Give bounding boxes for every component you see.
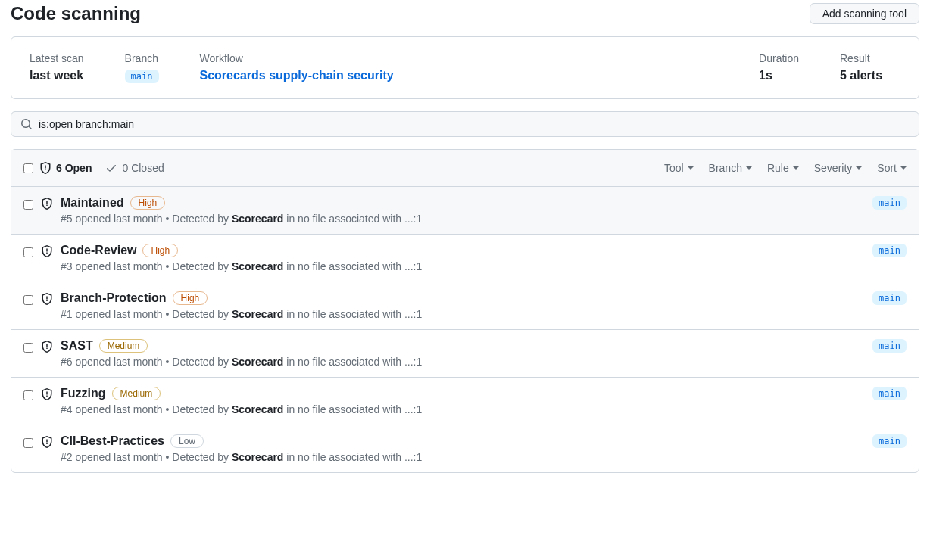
alerts-list: 6 Open 0 Closed Tool Branch Rule Severit… [11, 149, 919, 473]
select-all-checkbox[interactable] [23, 163, 33, 173]
branch-chip[interactable]: main [872, 244, 907, 257]
alert-row[interactable]: Code-ReviewHigh#3 opened last month • De… [11, 235, 919, 282]
severity-badge: High [142, 244, 178, 257]
duration-value: 1s [759, 69, 799, 82]
alert-row[interactable]: MaintainedHigh#5 opened last month • Det… [11, 187, 919, 235]
caret-down-icon [900, 166, 907, 170]
alert-title[interactable]: Maintained [61, 196, 124, 210]
branch-chip[interactable]: main [872, 434, 907, 448]
alert-title[interactable]: CII-Best-Practices [61, 434, 164, 448]
filter-tool[interactable]: Tool [664, 162, 694, 174]
filter-branch[interactable]: Branch [709, 162, 752, 174]
branch-chip[interactable]: main [125, 70, 159, 83]
severity-badge: Low [170, 434, 204, 448]
check-icon [105, 162, 117, 174]
closed-count[interactable]: 0 Closed [105, 162, 164, 174]
caret-down-icon [746, 166, 752, 170]
branch-chip[interactable]: main [872, 387, 907, 400]
add-scanning-tool-button[interactable]: Add scanning tool [810, 3, 919, 24]
result-value: 5 alerts [840, 69, 900, 82]
caret-down-icon [688, 166, 694, 170]
page-title: Code scanning [11, 3, 141, 24]
alert-subtitle: #2 opened last month • Detected by Score… [61, 451, 872, 463]
filter-rule[interactable]: Rule [767, 162, 799, 174]
search-input[interactable] [39, 118, 910, 130]
scan-summary: Latest scan last week Branch main Workfl… [11, 36, 919, 99]
alert-row[interactable]: SASTMedium#6 opened last month • Detecte… [11, 330, 919, 378]
alert-row[interactable]: Branch-ProtectionHigh#1 opened last mont… [11, 282, 919, 330]
result-label: Result [840, 52, 900, 64]
filter-severity[interactable]: Severity [814, 162, 863, 174]
alert-checkbox[interactable] [23, 247, 33, 257]
latest-scan-value: last week [30, 69, 84, 82]
alert-subtitle: #1 opened last month • Detected by Score… [61, 308, 872, 320]
shield-alert-icon [41, 388, 53, 415]
caret-down-icon [793, 166, 799, 170]
alert-subtitle: #5 opened last month • Detected by Score… [61, 213, 872, 225]
alert-checkbox[interactable] [23, 200, 33, 210]
duration-label: Duration [759, 52, 799, 64]
alert-row[interactable]: FuzzingMedium#4 opened last month • Dete… [11, 378, 919, 425]
alert-subtitle: #6 opened last month • Detected by Score… [61, 356, 872, 368]
search-bar[interactable] [11, 111, 919, 137]
alert-checkbox[interactable] [23, 390, 33, 400]
alert-title[interactable]: Code-Review [61, 244, 136, 257]
workflow-link[interactable]: Scorecards supply-chain security [200, 69, 719, 82]
search-icon [20, 118, 33, 130]
branch-chip[interactable]: main [872, 291, 907, 305]
branch-chip[interactable]: main [872, 339, 907, 353]
alert-title[interactable]: Branch-Protection [61, 291, 167, 305]
alert-row[interactable]: CII-Best-PracticesLow#2 opened last mont… [11, 425, 919, 472]
alert-checkbox[interactable] [23, 438, 33, 448]
severity-badge: Medium [112, 387, 161, 400]
alert-title[interactable]: SAST [61, 339, 93, 353]
alert-checkbox[interactable] [23, 295, 33, 305]
branch-chip[interactable]: main [872, 196, 907, 210]
filter-sort[interactable]: Sort [877, 162, 907, 174]
shield-alert-icon [41, 245, 53, 272]
alert-title[interactable]: Fuzzing [61, 387, 106, 400]
alert-subtitle: #3 opened last month • Detected by Score… [61, 260, 872, 272]
shield-alert-icon [39, 162, 51, 174]
alert-subtitle: #4 opened last month • Detected by Score… [61, 403, 872, 415]
shield-alert-icon [41, 293, 53, 320]
branch-label: Branch [125, 52, 159, 64]
open-count[interactable]: 6 Open [39, 162, 92, 174]
caret-down-icon [856, 166, 862, 170]
severity-badge: High [173, 291, 208, 305]
shield-alert-icon [41, 436, 53, 463]
latest-scan-label: Latest scan [30, 52, 84, 64]
severity-badge: High [130, 196, 166, 210]
alert-checkbox[interactable] [23, 343, 33, 353]
severity-badge: Medium [99, 339, 148, 353]
shield-alert-icon [41, 341, 53, 368]
workflow-label: Workflow [200, 52, 719, 64]
shield-alert-icon [41, 198, 53, 225]
